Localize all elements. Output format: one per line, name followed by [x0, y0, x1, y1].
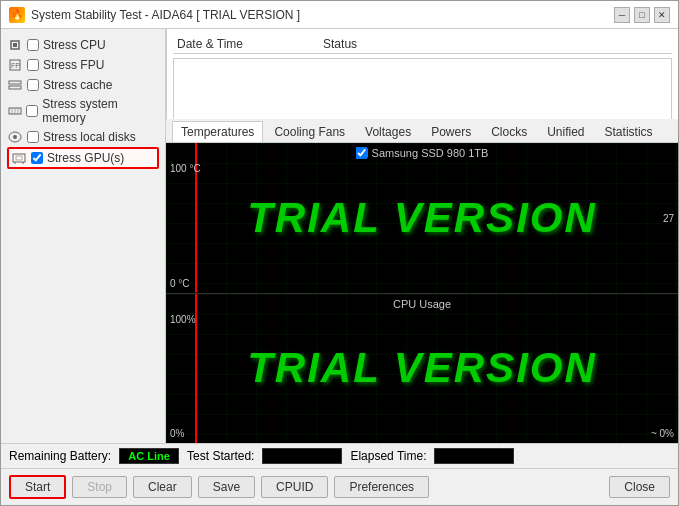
cache-icon [7, 77, 23, 93]
stress-cache-label: Stress cache [43, 78, 112, 92]
log-col2: Status [323, 37, 357, 51]
main-content: Stress CPU FP Stress FPU Stress cache [1, 29, 678, 443]
fpu-icon: FP [7, 57, 23, 73]
elapsed-time-label: Elapsed Time: [350, 449, 426, 463]
charts-area: Samsung SSD 980 1TB TRIAL VERSION 100 °C… [166, 143, 678, 443]
maximize-button[interactable]: □ [634, 7, 650, 23]
chart1-container: Samsung SSD 980 1TB TRIAL VERSION 100 °C… [166, 143, 678, 294]
window-controls: ─ □ ✕ [614, 7, 670, 23]
tabs-bar: Temperatures Cooling Fans Voltages Power… [166, 119, 678, 143]
close-window-button[interactable]: ✕ [654, 7, 670, 23]
test-started-label: Test Started: [187, 449, 254, 463]
save-button[interactable]: Save [198, 476, 255, 498]
stress-gpus-checkbox[interactable] [31, 152, 43, 164]
stress-disks-row[interactable]: Stress local disks [7, 127, 159, 147]
stress-cpu-checkbox[interactable] [27, 39, 39, 51]
clear-button[interactable]: Clear [133, 476, 192, 498]
tab-unified[interactable]: Unified [538, 121, 593, 142]
chart1-label: Samsung SSD 980 1TB [356, 147, 489, 159]
disk-icon [7, 129, 23, 145]
stress-fpu-checkbox[interactable] [27, 59, 39, 71]
stress-cache-checkbox[interactable] [27, 79, 39, 91]
start-button[interactable]: Start [9, 475, 66, 499]
test-started-value [262, 448, 342, 464]
tab-clocks[interactable]: Clocks [482, 121, 536, 142]
memory-icon [7, 103, 22, 119]
elapsed-time-value [434, 448, 514, 464]
stress-cpu-row[interactable]: Stress CPU [7, 35, 159, 55]
status-bar: Remaining Battery: AC Line Test Started:… [1, 443, 678, 468]
chart2-y-top: 100% [170, 314, 196, 325]
cpu-icon [7, 37, 23, 53]
stress-cache-row[interactable]: Stress cache [7, 75, 159, 95]
stress-disks-label: Stress local disks [43, 130, 136, 144]
chart1-y-bottom: 0 °C [170, 278, 190, 289]
chart2-container: CPU Usage TRIAL VERSION 100% 0% ~ 0% [166, 294, 678, 444]
chart1-y-right: 27 [663, 212, 674, 223]
log-area[interactable] [173, 58, 672, 128]
svg-rect-4 [9, 81, 21, 84]
close-button[interactable]: Close [609, 476, 670, 498]
minimize-button[interactable]: ─ [614, 7, 630, 23]
main-window: 🔥 System Stability Test - AIDA64 [ TRIAL… [0, 0, 679, 506]
chart2-y-bottom: 0% [170, 428, 184, 439]
svg-rect-13 [16, 156, 22, 160]
left-panel: Stress CPU FP Stress FPU Stress cache [1, 29, 166, 443]
chart2-title: CPU Usage [393, 298, 451, 310]
preferences-button[interactable]: Preferences [334, 476, 429, 498]
stress-memory-label: Stress system memory [42, 97, 159, 125]
window-title: System Stability Test - AIDA64 [ TRIAL V… [31, 8, 300, 22]
stress-memory-row[interactable]: Stress system memory [7, 95, 159, 127]
svg-rect-1 [13, 43, 17, 47]
stress-cpu-label: Stress CPU [43, 38, 106, 52]
svg-rect-5 [9, 86, 21, 89]
chart2-trial-text: TRIAL VERSION [247, 344, 597, 392]
tab-temperatures[interactable]: Temperatures [172, 121, 263, 142]
chart2-y-right: ~ 0% [651, 428, 674, 439]
chart1-title: Samsung SSD 980 1TB [372, 147, 489, 159]
gpu-icon [11, 150, 27, 166]
log-col1: Date & Time [177, 37, 243, 51]
tab-statistics[interactable]: Statistics [596, 121, 662, 142]
tab-cooling[interactable]: Cooling Fans [265, 121, 354, 142]
stop-button[interactable]: Stop [72, 476, 127, 498]
bottom-bar: Start Stop Clear Save CPUID Preferences … [1, 468, 678, 505]
remaining-battery-value: AC Line [119, 448, 179, 464]
stress-fpu-row[interactable]: FP Stress FPU [7, 55, 159, 75]
cpuid-button[interactable]: CPUID [261, 476, 328, 498]
tab-voltages[interactable]: Voltages [356, 121, 420, 142]
chart1-checkbox[interactable] [356, 147, 368, 159]
chart2-label: CPU Usage [393, 298, 451, 310]
tab-powers[interactable]: Powers [422, 121, 480, 142]
titlebar-left: 🔥 System Stability Test - AIDA64 [ TRIAL… [9, 7, 300, 23]
log-header: Date & Time Status [173, 35, 672, 54]
stress-memory-checkbox[interactable] [26, 105, 38, 117]
svg-point-11 [13, 135, 17, 139]
stress-fpu-label: Stress FPU [43, 58, 104, 72]
chart1-y-top: 100 °C [170, 163, 201, 174]
svg-text:FP: FP [11, 62, 20, 69]
titlebar: 🔥 System Stability Test - AIDA64 [ TRIAL… [1, 1, 678, 29]
stress-disks-checkbox[interactable] [27, 131, 39, 143]
main-area: Date & Time Status Temperatures Cooling … [166, 29, 678, 443]
svg-rect-12 [13, 154, 25, 162]
app-icon: 🔥 [9, 7, 25, 23]
remaining-battery-label: Remaining Battery: [9, 449, 111, 463]
chart1-trial-text: TRIAL VERSION [247, 194, 597, 242]
log-panel: Date & Time Status [166, 29, 678, 119]
stress-gpus-label: Stress GPU(s) [47, 151, 124, 165]
stress-gpus-row[interactable]: Stress GPU(s) [7, 147, 159, 169]
